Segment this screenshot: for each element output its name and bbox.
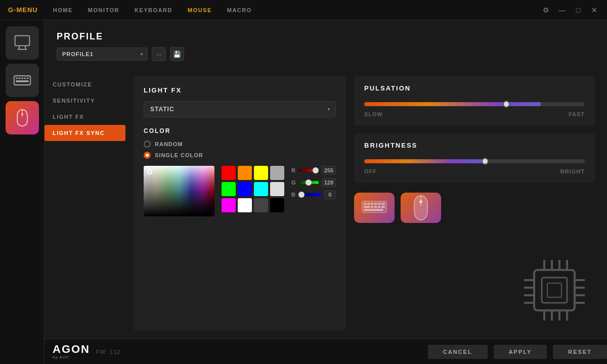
svg-rect-23 xyxy=(378,206,380,208)
nav-items: HOME MONITOR KEYBOARD MOUSE MACRO xyxy=(53,7,541,13)
svg-rect-46 xyxy=(547,283,561,297)
window-controls: ⚙ — □ ✕ xyxy=(541,6,599,15)
svg-point-12 xyxy=(21,113,23,115)
light-fx-card: LIGHT FX STATIC BREATHING RAINBOW WAVE O… xyxy=(134,76,346,331)
device-thumb-mouse[interactable] xyxy=(401,193,441,223)
device-thumb-keyboard[interactable] xyxy=(354,193,395,223)
svg-rect-28 xyxy=(534,270,575,310)
svg-rect-22 xyxy=(374,206,377,208)
pulsation-slider[interactable] xyxy=(364,102,585,106)
reset-button[interactable]: RESET xyxy=(553,345,607,359)
color-section-title: COLOR xyxy=(144,127,336,134)
content-area: CUSTOMIZE SENSITIVITY LIGHT FX LIGHT FX … xyxy=(45,68,607,339)
svg-rect-14 xyxy=(364,203,366,204)
swatch-blue[interactable] xyxy=(238,182,252,196)
swatch-cyan[interactable] xyxy=(254,182,268,196)
nav-item-customize[interactable]: CUSTOMIZE xyxy=(45,76,125,93)
color-option-single[interactable]: SINGLE COLOR xyxy=(144,152,336,159)
profile-dropdown-wrap: PROFILE1 PROFILE2 PROFILE3 xyxy=(57,48,148,61)
g-slider[interactable] xyxy=(299,181,319,184)
swatch-lightgray[interactable] xyxy=(238,198,252,212)
mode-dropdown[interactable]: STATIC BREATHING RAINBOW WAVE OFF xyxy=(144,101,336,117)
g-label: G xyxy=(291,179,296,186)
pulsation-labels: SLOW FAST xyxy=(364,111,585,117)
nav-home[interactable]: HOME xyxy=(53,7,73,13)
svg-rect-9 xyxy=(27,78,29,79)
nav-item-lightfx[interactable]: LIGHT FX xyxy=(45,109,125,125)
main-panel: LIGHT FX STATIC BREATHING RAINBOW WAVE O… xyxy=(134,68,595,339)
profile-more-button[interactable]: ··· xyxy=(152,47,166,61)
profile-title: PROFILE xyxy=(57,31,595,42)
close-button[interactable]: ✕ xyxy=(590,6,599,15)
gradient-black xyxy=(144,166,214,216)
color-picker-area: R 255 G 128 B xyxy=(144,166,336,216)
swatch-black[interactable] xyxy=(270,198,284,212)
swatch-orange[interactable] xyxy=(238,166,252,180)
pulsation-slider-row: SLOW FAST xyxy=(364,99,585,117)
swatch-gray[interactable] xyxy=(270,166,284,180)
profile-dropdown[interactable]: PROFILE1 PROFILE2 PROFILE3 xyxy=(57,48,148,61)
main-layout: PROFILE PROFILE1 PROFILE2 PROFILE3 ··· 💾… xyxy=(0,20,607,364)
g-row: G 128 xyxy=(291,178,336,187)
color-label-single: SINGLE COLOR xyxy=(155,152,203,158)
profile-section: PROFILE PROFILE1 PROFILE2 PROFILE3 ··· 💾… xyxy=(45,20,607,364)
svg-rect-17 xyxy=(374,203,377,204)
device-sidebar xyxy=(0,20,45,364)
pulsation-fast-label: FAST xyxy=(569,111,585,117)
color-option-random[interactable]: RANDOM xyxy=(144,141,336,148)
g-value: 128 xyxy=(322,178,336,187)
svg-rect-24 xyxy=(381,206,385,208)
nav-macro[interactable]: MACRO xyxy=(227,7,252,13)
r-row: R 255 xyxy=(291,166,336,175)
swatch-green[interactable] xyxy=(222,182,236,196)
swatch-magenta[interactable] xyxy=(222,198,236,212)
fw-label: FW: 112 xyxy=(96,349,120,355)
top-nav: G-MENU HOME MONITOR KEYBOARD MOUSE MACRO… xyxy=(0,0,607,20)
sidebar-device-keyboard[interactable] xyxy=(6,64,39,97)
swatch-yellow[interactable] xyxy=(254,166,268,180)
svg-line-1 xyxy=(18,46,19,49)
brightness-labels: OFF BRIGHT xyxy=(364,168,585,174)
nav-item-sensitivity[interactable]: SENSITIVITY xyxy=(45,93,125,109)
cancel-button[interactable]: CANCEL xyxy=(428,345,488,359)
minimize-button[interactable]: — xyxy=(557,6,567,15)
profile-header: PROFILE PROFILE1 PROFILE2 PROFILE3 ··· 💾 xyxy=(45,20,607,68)
color-label-random: RANDOM xyxy=(155,141,183,147)
sidebar-device-monitor[interactable] xyxy=(6,26,39,60)
sidebar-device-mouse[interactable] xyxy=(6,101,39,134)
brightness-title: BRIGHTNESS xyxy=(364,142,585,149)
settings-button[interactable]: ⚙ xyxy=(541,6,550,15)
svg-rect-5 xyxy=(16,78,18,79)
swatch-darkgray[interactable] xyxy=(254,198,268,212)
svg-point-27 xyxy=(419,200,422,203)
profile-save-button[interactable]: 💾 xyxy=(170,47,184,61)
brightness-slider[interactable] xyxy=(364,159,585,163)
color-gradient-picker[interactable] xyxy=(144,166,214,216)
mode-dropdown-wrap: STATIC BREATHING RAINBOW WAVE OFF xyxy=(144,101,336,117)
nav-mouse[interactable]: MOUSE xyxy=(188,7,212,13)
svg-rect-7 xyxy=(21,78,23,79)
b-slider[interactable] xyxy=(298,193,321,196)
svg-rect-15 xyxy=(367,203,370,204)
bottom-bar: AGON by AOC FW: 112 CANCEL APPLY RESET xyxy=(45,339,607,364)
rgb-sliders: R 255 G 128 B xyxy=(291,166,336,199)
svg-rect-10 xyxy=(16,80,28,82)
nav-monitor[interactable]: MONITOR xyxy=(88,7,119,13)
footer-buttons: CANCEL APPLY RESET xyxy=(428,345,607,359)
color-swatches xyxy=(222,166,284,212)
apply-button[interactable]: APPLY xyxy=(494,345,547,359)
svg-rect-20 xyxy=(364,206,370,208)
swatch-red[interactable] xyxy=(222,166,236,180)
nav-keyboard[interactable]: KEYBOARD xyxy=(135,7,172,13)
r-slider[interactable] xyxy=(298,169,319,172)
svg-rect-8 xyxy=(24,78,26,79)
app-logo: G-MENU xyxy=(8,6,38,14)
brightness-bright-label: BRIGHT xyxy=(560,168,585,174)
r-label: R xyxy=(291,167,295,173)
maximize-button[interactable]: □ xyxy=(574,6,583,15)
chip-icon xyxy=(514,250,595,331)
agon-brand: AGON xyxy=(53,344,90,355)
nav-item-lightfxsync[interactable]: LIGHT FX SYNC xyxy=(45,125,125,141)
swatch-white[interactable] xyxy=(270,182,284,196)
pulsation-title: PULSATION xyxy=(364,84,585,92)
